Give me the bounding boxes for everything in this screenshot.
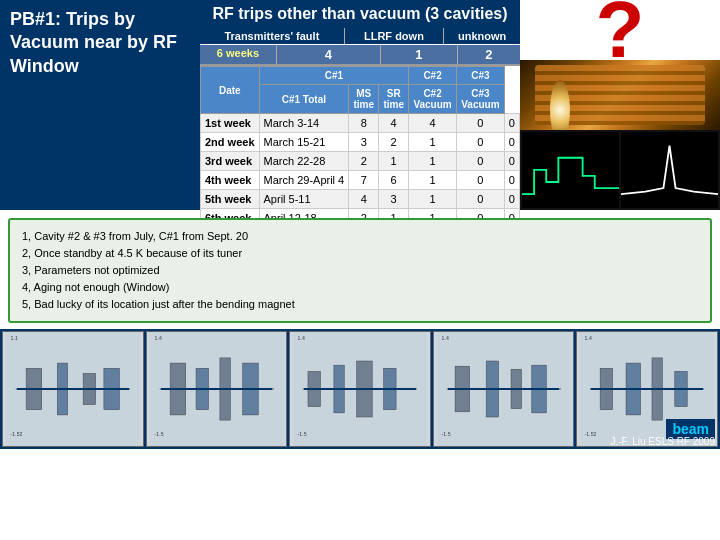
c1-total-cell: 2 bbox=[349, 152, 379, 171]
c3-vacuum-cell: 0 bbox=[504, 114, 519, 133]
c1-header: C#1 bbox=[259, 67, 409, 85]
svg-text:-1.5: -1.5 bbox=[154, 431, 163, 437]
date-cell: April 5-11 bbox=[259, 190, 349, 209]
week-cell: 5th week bbox=[201, 190, 260, 209]
svg-text:-1.5: -1.5 bbox=[441, 431, 450, 437]
svg-rect-11 bbox=[196, 369, 208, 410]
week-cell: 4th week bbox=[201, 171, 260, 190]
week-cell: 2nd week bbox=[201, 133, 260, 152]
graph-1 bbox=[522, 132, 619, 208]
diagram-4: 1.4 -1.5 bbox=[433, 331, 575, 447]
c2-vacuum-cell: 0 bbox=[456, 190, 504, 209]
svg-text:1.4: 1.4 bbox=[441, 336, 448, 342]
c2-vacuum-cell: 0 bbox=[456, 171, 504, 190]
svg-text:1.4: 1.4 bbox=[154, 336, 161, 342]
bullets-list: 1, Cavity #2 & #3 from July, C#1 from Se… bbox=[22, 228, 698, 313]
svg-text:-1.52: -1.52 bbox=[585, 431, 597, 437]
table-row: 4th week March 29-April 4 7 6 1 0 0 bbox=[201, 171, 520, 190]
week-cell: 3rd week bbox=[201, 152, 260, 171]
c3-vacuum-cell: 0 bbox=[504, 171, 519, 190]
svg-rect-24 bbox=[436, 332, 571, 446]
c1-total-header: C#1 Total bbox=[259, 85, 349, 114]
graph-2 bbox=[621, 132, 718, 208]
main-container: PB#1: Trips by Vacuum near by RF Window … bbox=[0, 0, 720, 540]
bullet-item: 4, Aging not enough (Window) bbox=[22, 279, 698, 296]
sr-time-cell: 4 bbox=[409, 114, 457, 133]
ms-time-cell: 3 bbox=[379, 190, 409, 209]
cavity-photo bbox=[520, 60, 720, 130]
bullets-container: 1, Cavity #2 & #3 from July, C#1 from Se… bbox=[4, 214, 716, 327]
tx-fault-label: Transmitters' fault bbox=[200, 28, 345, 44]
svg-rect-29 bbox=[532, 365, 547, 413]
weeks-label: 6 weeks bbox=[200, 45, 277, 64]
date-header: Date bbox=[201, 67, 260, 114]
ms-time-cell: 1 bbox=[379, 152, 409, 171]
title-panel: PB#1: Trips by Vacuum near by RF Window bbox=[0, 0, 200, 210]
unknown-count: 2 bbox=[458, 45, 520, 64]
svg-rect-26 bbox=[455, 366, 470, 412]
data-table: Date C#1 C#2 C#3 C#1 Total MS time SR ti… bbox=[200, 66, 520, 228]
diagram-2: 1.4 -1.5 bbox=[146, 331, 288, 447]
table-row: 3rd week March 22-28 2 1 1 0 0 bbox=[201, 152, 520, 171]
bullets-section: 1, Cavity #2 & #3 from July, C#1 from Se… bbox=[8, 218, 712, 323]
c3-vacuum-cell: 0 bbox=[504, 133, 519, 152]
ms-time-cell: 2 bbox=[379, 133, 409, 152]
slide-title: PB#1: Trips by Vacuum near by RF Window bbox=[10, 8, 190, 78]
sr-time-cell: 1 bbox=[409, 152, 457, 171]
svg-rect-13 bbox=[242, 363, 258, 415]
svg-rect-37 bbox=[675, 372, 687, 407]
svg-rect-0 bbox=[5, 332, 140, 446]
c2-vacuum-header: C#2 Vacuum bbox=[409, 85, 457, 114]
svg-rect-28 bbox=[511, 370, 521, 409]
c1-total-cell: 8 bbox=[349, 114, 379, 133]
graph-photos bbox=[520, 130, 720, 210]
c3-header: C#3 bbox=[456, 67, 504, 85]
c3-vacuum-cell: 0 bbox=[504, 190, 519, 209]
llrf-label: LLRF down bbox=[345, 28, 444, 44]
question-mark-area: ? bbox=[520, 0, 720, 60]
ms-time-cell: 6 bbox=[379, 171, 409, 190]
svg-text:1.4: 1.4 bbox=[298, 336, 305, 342]
svg-rect-20 bbox=[357, 361, 373, 417]
llrf-count: 1 bbox=[381, 45, 458, 64]
table-row: 5th week April 5-11 4 3 1 0 0 bbox=[201, 190, 520, 209]
date-cell: March 3-14 bbox=[259, 114, 349, 133]
bullet-item: 5, Bad lucky of its location just after … bbox=[22, 296, 698, 313]
sr-time-cell: 1 bbox=[409, 171, 457, 190]
ms-time-cell: 4 bbox=[379, 114, 409, 133]
svg-rect-18 bbox=[308, 372, 320, 407]
svg-text:1.4: 1.4 bbox=[585, 336, 592, 342]
rf-header: RF trips other than vacuum (3 cavities) bbox=[200, 0, 520, 28]
sr-time-header: SR time bbox=[379, 85, 409, 114]
svg-rect-27 bbox=[486, 361, 498, 417]
table-row: 1st week March 3-14 8 4 4 0 0 bbox=[201, 114, 520, 133]
c1-total-cell: 7 bbox=[349, 171, 379, 190]
svg-rect-4 bbox=[83, 374, 95, 405]
citation: J.-F. Liu ESLS RF 2009 bbox=[611, 436, 716, 447]
svg-rect-19 bbox=[334, 365, 344, 413]
c3-vacuum-header: C#3 Vacuum bbox=[456, 85, 504, 114]
c2-vacuum-cell: 0 bbox=[456, 114, 504, 133]
sr-time-cell: 1 bbox=[409, 190, 457, 209]
diagram-1: 1.1 -1.52 bbox=[2, 331, 144, 447]
sr-time-cell: 1 bbox=[409, 133, 457, 152]
svg-rect-34 bbox=[601, 369, 613, 410]
svg-text:-1.52: -1.52 bbox=[11, 431, 23, 437]
unknown-label: unknown bbox=[444, 28, 520, 44]
bottom-section: 1.1 -1.52 1.4 -1.5 bbox=[0, 329, 720, 449]
svg-rect-16 bbox=[293, 332, 428, 446]
svg-rect-10 bbox=[170, 363, 186, 415]
table-row: 2nd week March 15-21 3 2 1 0 0 bbox=[201, 133, 520, 152]
svg-rect-35 bbox=[626, 363, 641, 415]
date-cell: March 15-21 bbox=[259, 133, 349, 152]
svg-text:1.1: 1.1 bbox=[11, 336, 18, 342]
c2-vacuum-cell: 0 bbox=[456, 152, 504, 171]
c1-total-cell: 3 bbox=[349, 133, 379, 152]
c3-vacuum-cell: 0 bbox=[504, 152, 519, 171]
date-cell: March 29-April 4 bbox=[259, 171, 349, 190]
c1-total-cell: 4 bbox=[349, 190, 379, 209]
c2-header: C#2 bbox=[409, 67, 457, 85]
date-cell: March 22-28 bbox=[259, 152, 349, 171]
svg-rect-5 bbox=[104, 369, 120, 410]
week-cell: 1st week bbox=[201, 114, 260, 133]
